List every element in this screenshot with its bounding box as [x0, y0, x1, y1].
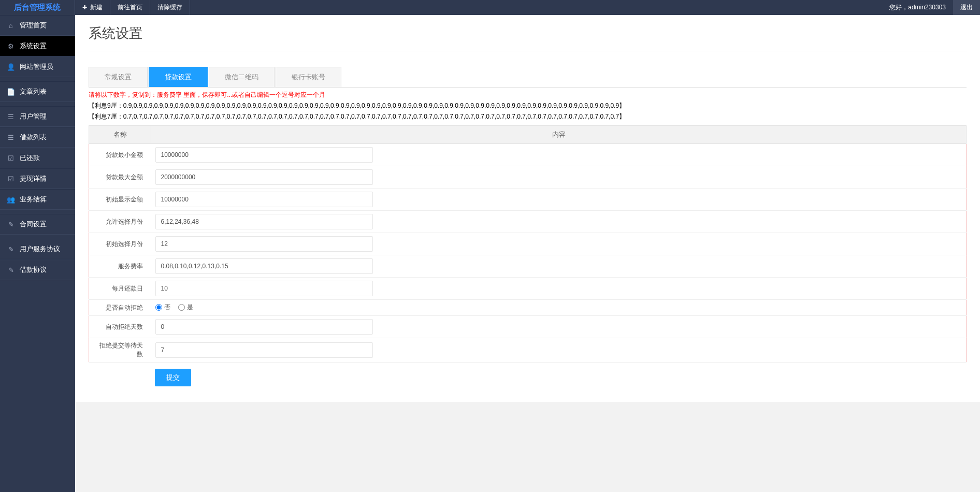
radio-auto-reject-yes[interactable]	[178, 304, 185, 311]
sidebar: ⌂管理首页⚙系统设置👤网站管理员📄文章列表☰用户管理☰借款列表☑已还款☑提现详情…	[0, 15, 75, 492]
sidebar-item-admins[interactable]: 👤网站管理员	[0, 56, 75, 77]
sidebar-item-system-settings-label: 系统设置	[20, 41, 47, 51]
sidebar-item-settlement[interactable]: 👥业务结算	[0, 189, 75, 210]
label-reject-days: 自动拒绝天数	[89, 316, 151, 338]
sidebar-item-loans[interactable]: ☰借款列表	[0, 127, 75, 148]
label-init-amount: 初始显示金额	[89, 189, 151, 211]
th-name: 名称	[89, 126, 151, 144]
greeting: 您好，admin230303	[882, 0, 953, 15]
sidebar-item-dashboard-label: 管理首页	[20, 21, 47, 30]
sidebar-item-loan-agreement-icon: ✎	[6, 266, 16, 274]
sidebar-item-withdraw[interactable]: ☑提现详情	[0, 168, 75, 189]
input-repay-day[interactable]	[155, 281, 373, 296]
input-fee-rate[interactable]	[155, 258, 373, 274]
help-text-3: 【利息7厘：0.7,0.7,0.7,0.7,0.7,0.7,0.7,0.7,0.…	[89, 111, 967, 122]
tabs: 常规设置贷款设置微信二维码银行卡账号	[89, 67, 967, 88]
label-wait-days: 拒绝提交等待天数	[89, 338, 151, 363]
sidebar-item-withdraw-label: 提现详情	[20, 174, 47, 183]
label-max-amount: 贷款最大金额	[89, 166, 151, 189]
topbar: 后台管理系统 新建 前往首页 清除缓存 您好，admin230303 退出	[0, 0, 980, 15]
sidebar-item-loans-icon: ☰	[6, 134, 16, 141]
sidebar-item-system-settings[interactable]: ⚙系统设置	[0, 36, 75, 56]
topright: 您好，admin230303 退出	[882, 0, 980, 15]
help-text-1: 请将以下数字，复制到：服务费率 里面，保存即可...或者自己编辑一个逗号对应一个…	[89, 88, 967, 100]
sidebar-item-dashboard[interactable]: ⌂管理首页	[0, 15, 75, 36]
input-max-amount[interactable]	[155, 169, 373, 185]
label-min-amount: 贷款最小金额	[89, 144, 151, 166]
sidebar-item-users[interactable]: ☰用户管理	[0, 106, 75, 127]
tab-general[interactable]: 常规设置	[89, 67, 148, 87]
sidebar-item-repaid[interactable]: ☑已还款	[0, 148, 75, 168]
sidebar-item-admins-icon: 👤	[6, 63, 16, 71]
input-reject-days[interactable]	[155, 319, 373, 335]
tab-bank[interactable]: 银行卡账号	[276, 67, 341, 87]
radio-group-auto-reject: 否 是	[155, 303, 962, 312]
page-title: 系统设置	[89, 24, 967, 51]
topnav-new[interactable]: 新建	[75, 0, 110, 15]
logo[interactable]: 后台管理系统	[0, 0, 75, 15]
sidebar-item-contract-label: 合同设置	[20, 220, 47, 229]
label-repay-day: 每月还款日	[89, 278, 151, 300]
sidebar-item-loan-agreement-label: 借款协议	[20, 265, 47, 274]
sidebar-item-contract-icon: ✎	[6, 221, 16, 228]
sidebar-item-user-agreement-icon: ✎	[6, 245, 16, 253]
topnav-clear-cache[interactable]: 清除缓存	[150, 0, 190, 15]
sidebar-item-user-agreement[interactable]: ✎用户服务协议	[0, 239, 75, 259]
help-text-2: 【利息9厘：0.9,0.9,0.9,0.9,0.9,0.9,0.9,0.9,0.…	[89, 100, 967, 111]
tab-wechat-qr[interactable]: 微信二维码	[209, 67, 275, 87]
sidebar-item-users-icon: ☰	[6, 113, 16, 121]
sidebar-item-loan-agreement[interactable]: ✎借款协议	[0, 259, 75, 280]
sidebar-item-settlement-icon: 👥	[6, 196, 16, 204]
tab-loan[interactable]: 贷款设置	[149, 67, 208, 87]
sidebar-item-system-settings-icon: ⚙	[6, 42, 16, 50]
label-fee-rate: 服务费率	[89, 255, 151, 278]
settings-table: 名称 内容 贷款最小金额 贷款最大金额 初始显示金额	[89, 125, 967, 363]
radio-auto-reject-no[interactable]	[155, 304, 162, 311]
input-init-amount[interactable]	[155, 192, 373, 207]
sidebar-item-loans-label: 借款列表	[20, 133, 47, 142]
sidebar-item-articles[interactable]: 📄文章列表	[0, 81, 75, 102]
th-content: 内容	[151, 126, 967, 144]
sidebar-item-settlement-label: 业务结算	[20, 195, 47, 204]
topnav: 新建 前往首页 清除缓存	[75, 0, 882, 15]
input-min-amount[interactable]	[155, 147, 373, 163]
sidebar-item-repaid-label: 已还款	[20, 153, 40, 163]
main-content: 系统设置 常规设置贷款设置微信二维码银行卡账号 请将以下数字，复制到：服务费率 …	[75, 15, 980, 492]
label-months-opts: 允许选择月份	[89, 211, 151, 233]
sidebar-item-dashboard-icon: ⌂	[6, 22, 16, 30]
sidebar-item-users-label: 用户管理	[20, 112, 47, 121]
label-auto-reject: 是否自动拒绝	[89, 300, 151, 316]
input-months-opts[interactable]	[155, 214, 373, 229]
sidebar-item-user-agreement-label: 用户服务协议	[20, 244, 60, 254]
sidebar-item-articles-label: 文章列表	[20, 87, 47, 96]
label-months-init: 初始选择月份	[89, 233, 151, 255]
input-months-init[interactable]	[155, 236, 373, 252]
logout-button[interactable]: 退出	[953, 0, 980, 15]
sidebar-item-articles-icon: 📄	[6, 88, 16, 96]
sidebar-item-contract[interactable]: ✎合同设置	[0, 214, 75, 235]
topnav-home[interactable]: 前往首页	[110, 0, 150, 15]
sidebar-item-repaid-icon: ☑	[6, 154, 16, 162]
sidebar-item-withdraw-icon: ☑	[6, 175, 16, 183]
sidebar-item-admins-label: 网站管理员	[20, 62, 53, 71]
submit-button[interactable]: 提交	[155, 369, 191, 386]
input-wait-days[interactable]	[155, 342, 373, 358]
